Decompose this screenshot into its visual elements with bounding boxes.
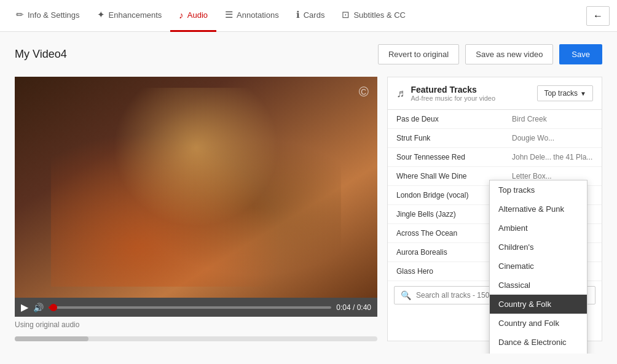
audio-status: Using original audio [15,320,377,329]
save-button[interactable]: Save [559,44,602,64]
dropdown-item[interactable]: Dance & Electronic [490,333,587,352]
header-actions: Revert to original Save as new video Sav… [378,44,602,64]
time-display: 0:04 / 0:40 [336,303,371,312]
cc-icon: ⊡ [342,9,350,20]
page-title: My Video4 [15,48,67,61]
track-artist: Dougie Wo... [512,134,593,142]
tracks-filter-button[interactable]: Top tracks ▼ [537,85,593,101]
page-header: My Video4 Revert to original Save as new… [15,44,602,64]
tab-cards-label: Cards [304,10,325,20]
current-time: 0:04 [336,303,350,312]
dropdown-item[interactable]: Classical [490,276,587,295]
back-button[interactable]: ← [586,6,610,26]
dropdown-item[interactable]: Top tracks [490,180,587,199]
track-row[interactable]: Pas de Deux Bird Creek [388,110,602,129]
video-artwork [15,77,377,298]
track-row[interactable]: Strut Funk Dougie Wo... [388,129,602,148]
dropdown-item[interactable]: Country and Folk [490,314,587,333]
track-artist: Letter Box... [512,172,593,180]
tracks-title-area: ♬ Featured Tracks Ad-free music for your… [396,85,495,102]
play-button[interactable]: ▶ [21,301,28,313]
track-artist: John Dele... the 41 Pla... [512,153,593,161]
tab-subtitles[interactable]: ⊡ Subtitles & CC [333,0,414,32]
dropdown-item[interactable]: Country & Folk [490,295,587,314]
main-content: © ▶ 🔊 0:04 / 0:40 Using original audio [15,77,602,341]
tracks-panel-title: Featured Tracks [411,85,496,95]
save-new-button[interactable]: Save as new video [465,44,553,64]
dropdown-item[interactable]: Ambient [490,219,587,238]
tracks-header: ♬ Featured Tracks Ad-free music for your… [388,77,602,110]
top-navigation: ✏ Info & Settings ✦ Enhancements ♪ Audio… [0,0,617,32]
tab-audio[interactable]: ♪ Audio [170,0,216,32]
tab-info-label: Info & Settings [28,10,80,20]
track-name: Where Shall We Dine [396,172,507,180]
video-section: © ▶ 🔊 0:04 / 0:40 Using original audio [15,77,377,341]
search-icon: 🔍 [401,290,411,300]
dropdown-item[interactable]: Cinematic [490,257,587,276]
featured-tracks-icon: ♬ [396,87,405,100]
progress-thumb [50,304,57,311]
tracks-panel-subtitle: Ad-free music for your video [411,95,496,102]
video-controls: ▶ 🔊 0:04 / 0:40 [15,298,377,317]
chevron-down-icon: ▼ [580,90,586,97]
total-time: 0:40 [357,303,371,312]
filter-label: Top tracks [544,89,578,98]
video-player[interactable]: © [15,77,377,298]
tab-annotations-label: Annotations [237,10,279,20]
tab-annotations[interactable]: ☰ Annotations [216,0,288,32]
watermark-logo: © [359,84,369,100]
track-artist: Bird Creek [512,115,593,123]
tracks-title-block: Featured Tracks Ad-free music for your v… [411,85,496,102]
info-icon: ℹ [296,9,300,20]
revert-button[interactable]: Revert to original [378,44,459,64]
time-separator: / [353,303,357,312]
volume-button[interactable]: 🔊 [33,303,44,312]
track-row[interactable]: Sour Tennessee Red John Dele... the 41 P… [388,148,602,167]
tab-audio-label: Audio [187,10,208,20]
comment-icon: ☰ [225,9,233,20]
genre-dropdown-menu: Top tracksAlternative & PunkAmbientChild… [489,180,588,354]
track-name: Pas de Deux [396,115,507,123]
tab-enhancements[interactable]: ✦ Enhancements [88,0,171,32]
tab-info[interactable]: ✏ Info & Settings [7,0,88,32]
track-name: Sour Tennessee Red [396,153,507,161]
music-icon: ♪ [179,10,184,20]
pencil-icon: ✏ [16,9,24,20]
scrollbar-outer[interactable] [15,336,377,341]
dropdown-item[interactable]: Alternative & Punk [490,199,587,219]
dropdown-item[interactable]: Hip Hop & Rap [490,352,587,354]
tab-subtitles-label: Subtitles & CC [353,10,406,20]
page-body: My Video4 Revert to original Save as new… [0,32,617,354]
scrollbar-thumb [15,336,88,341]
track-name: Strut Funk [396,134,507,142]
dropdown-item[interactable]: Children's [490,238,587,257]
tab-enhancements-label: Enhancements [109,10,162,20]
tab-cards[interactable]: ℹ Cards [288,0,334,32]
progress-bar[interactable] [49,306,331,309]
sparkle-icon: ✦ [97,9,105,20]
